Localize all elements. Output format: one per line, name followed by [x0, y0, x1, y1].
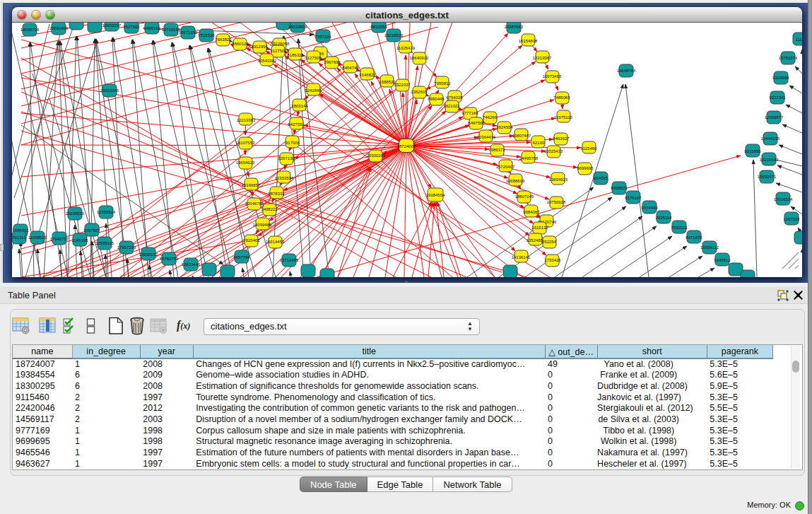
- svg-text:19166857: 19166857: [242, 183, 261, 187]
- svg-text:16154808: 16154808: [519, 39, 538, 43]
- svg-text:24495758: 24495758: [519, 156, 539, 160]
- svg-text:8427552: 8427552: [288, 122, 305, 127]
- svg-text:15720407: 15720407: [496, 165, 515, 169]
- svg-text:9657794: 9657794: [233, 255, 250, 259]
- svg-text:17942757: 17942757: [50, 237, 69, 241]
- svg-text:9463627: 9463627: [553, 136, 570, 141]
- svg-text:5322037: 5322037: [394, 83, 411, 87]
- svg-text:12823446: 12823446: [182, 262, 201, 267]
- svg-text:9127503: 9127503: [270, 49, 287, 53]
- svg-text:12444195: 12444195: [761, 136, 780, 141]
- svg-text:14099489: 14099489: [253, 223, 272, 227]
- svg-text:20053346: 20053346: [100, 88, 119, 93]
- svg-text:6497568: 6497568: [468, 121, 485, 125]
- svg-text:16033809: 16033809: [288, 25, 307, 29]
- svg-text:252254: 252254: [542, 240, 557, 244]
- svg-text:6794028: 6794028: [446, 95, 463, 100]
- svg-text:10671355: 10671355: [179, 30, 198, 35]
- svg-text:1615132: 1615132: [531, 226, 548, 230]
- svg-text:10543382: 10543382: [258, 59, 277, 63]
- svg-text:1733426: 1733426: [544, 258, 561, 262]
- svg-text:12359924: 12359924: [97, 210, 116, 214]
- svg-text:16914459: 16914459: [266, 240, 285, 244]
- svg-text:10756928: 10756928: [547, 200, 566, 204]
- svg-text:17016534: 17016534: [774, 197, 793, 201]
- svg-text:3624554: 3624554: [496, 125, 513, 129]
- svg-text:10958107: 10958107: [139, 252, 158, 257]
- svg-text:3912954: 3912954: [251, 45, 268, 49]
- svg-text:11568529: 11568529: [28, 235, 47, 240]
- svg-text:8471676: 8471676: [686, 235, 702, 240]
- svg-text:746266: 746266: [483, 115, 498, 119]
- svg-text:20364436: 20364436: [477, 135, 496, 139]
- svg-text:7663822: 7663822: [215, 37, 232, 42]
- svg-text:11975115: 11975115: [554, 115, 572, 119]
- svg-text:12213383: 12213383: [237, 118, 256, 122]
- svg-text:2967608: 2967608: [324, 60, 341, 64]
- svg-text:62160: 62160: [533, 141, 545, 145]
- svg-text:10688609: 10688609: [506, 179, 525, 183]
- svg-text:7955812: 7955812: [434, 81, 451, 86]
- svg-text:7625402: 7625402: [243, 238, 260, 243]
- svg-text:5878332: 5878332: [268, 192, 285, 196]
- svg-text:9115460: 9115460: [581, 146, 598, 151]
- svg-text:19654923: 19654923: [236, 160, 255, 165]
- svg-text:7515526: 7515526: [198, 33, 215, 37]
- svg-text:7632021: 7632021: [671, 226, 688, 230]
- svg-text:26387682: 26387682: [505, 25, 524, 29]
- svg-text:20206556: 20206556: [66, 211, 85, 216]
- svg-text:8938823: 8938823: [611, 186, 628, 190]
- svg-text:917006: 917006: [286, 141, 300, 145]
- svg-text:7986372: 7986372: [488, 148, 505, 152]
- svg-text:791319: 791319: [12, 235, 27, 240]
- svg-text:8215955: 8215955: [744, 149, 761, 153]
- svg-text:12353594: 12353594: [275, 176, 294, 180]
- svg-text:16640910: 16640910: [410, 56, 429, 60]
- svg-text:18724007: 18724007: [397, 144, 416, 148]
- svg-text:9397587: 9397587: [83, 228, 100, 233]
- svg-text:1498222: 1498222: [261, 207, 278, 211]
- svg-text:19384554: 19384554: [426, 193, 445, 197]
- svg-text:10807487: 10807487: [512, 134, 531, 138]
- svg-text:10210643: 10210643: [760, 158, 779, 162]
- svg-text:8454749: 8454749: [342, 66, 359, 70]
- svg-text:7485063: 7485063: [553, 95, 570, 100]
- svg-text:1145195: 1145195: [72, 238, 89, 243]
- svg-text:10973493: 10973493: [543, 74, 562, 78]
- svg-text:9329966: 9329966: [772, 76, 789, 80]
- svg-text:2935114: 2935114: [656, 216, 673, 220]
- svg-text:9699695: 9699695: [577, 166, 594, 170]
- svg-text:16648784: 16648784: [617, 69, 636, 73]
- svg-text:16107553: 16107553: [236, 141, 255, 145]
- svg-text:8990448: 8990448: [428, 97, 445, 101]
- svg-text:10653267: 10653267: [102, 23, 122, 28]
- svg-text:13654923: 13654923: [549, 177, 568, 182]
- svg-text:9245812: 9245812: [714, 258, 731, 262]
- svg-text:1621022: 1621022: [443, 104, 460, 108]
- svg-text:9777169: 9777169: [461, 111, 478, 115]
- svg-text:17957253: 17957253: [117, 245, 136, 250]
- svg-text:16782759: 16782759: [160, 257, 179, 261]
- svg-text:12213967: 12213967: [533, 56, 552, 60]
- svg-text:1112: 1112: [796, 37, 802, 42]
- svg-text:15692971: 15692971: [758, 175, 777, 179]
- svg-text:6579197: 6579197: [625, 196, 642, 200]
- svg-text:8813054: 8813054: [370, 25, 387, 29]
- svg-text:9242848: 9242848: [305, 88, 322, 93]
- svg-text:14136141: 14136141: [512, 255, 531, 259]
- svg-text:9227341: 9227341: [769, 95, 786, 100]
- svg-text:8660124: 8660124: [232, 42, 249, 46]
- svg-text:164095: 164095: [594, 176, 608, 180]
- svg-text:14055724: 14055724: [20, 28, 40, 32]
- svg-text:3267130: 3267130: [278, 156, 295, 160]
- svg-text:7357224: 7357224: [314, 35, 331, 39]
- svg-text:18807249: 18807249: [515, 194, 534, 199]
- svg-text:19218506: 19218506: [384, 33, 404, 37]
- svg-text:9146821: 9146821: [359, 73, 376, 77]
- svg-text:2803144: 2803144: [291, 104, 308, 108]
- svg-text:9474444: 9474444: [641, 206, 658, 210]
- svg-text:1362615: 1362615: [411, 90, 428, 94]
- svg-text:13716485: 13716485: [280, 258, 299, 262]
- svg-text:10025433: 10025433: [544, 149, 563, 153]
- svg-text:9084067: 9084067: [523, 210, 540, 214]
